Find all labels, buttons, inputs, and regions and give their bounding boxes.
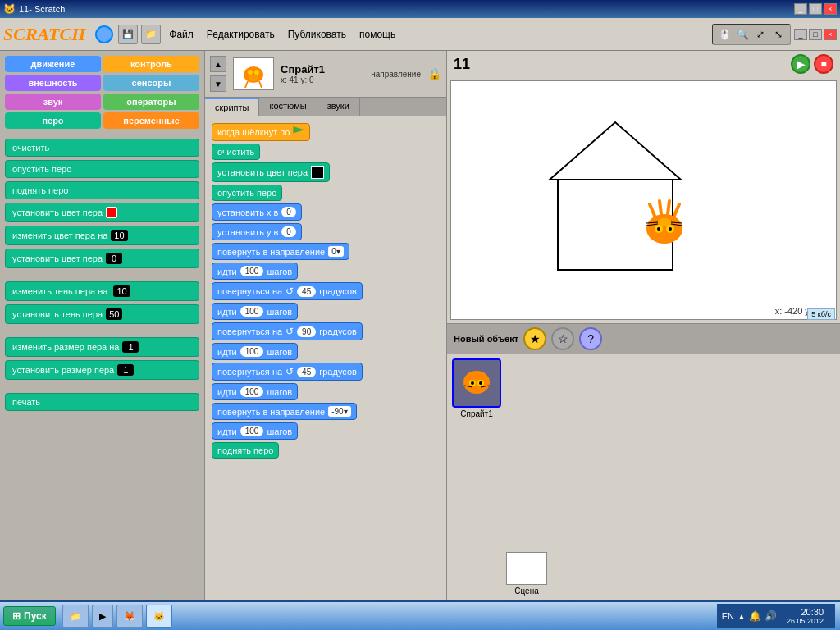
script-steps-3[interactable]: 100 (240, 346, 264, 357)
globe-icon[interactable] (95, 25, 113, 43)
script-turn-1[interactable]: повернуться на ↺ 45 градусов (212, 282, 363, 300)
block-clear[interactable]: очистить (5, 139, 199, 157)
block-pen-up[interactable]: поднять перо (5, 181, 199, 199)
pen-shade-change-value[interactable]: 10 (113, 285, 130, 297)
new-sprite-random-button[interactable]: ? (579, 327, 602, 350)
script-move-4[interactable]: идти 100 шагов (212, 383, 298, 400)
edit-menu[interactable]: Редактировать (200, 25, 281, 43)
script-set-y[interactable]: установить у в 0 (212, 223, 302, 240)
block-set-pen-color-num[interactable]: установить цвет пера 0 (5, 249, 199, 268)
file-menu[interactable]: Файл (162, 25, 200, 43)
script-dir-dropdown-2[interactable]: -90▾ (328, 406, 350, 417)
script-move-5[interactable]: идти 100 шагов (212, 422, 298, 440)
maximize-button[interactable]: □ (809, 3, 822, 15)
script-steps-2[interactable]: 100 (240, 306, 264, 317)
script-set-pen-color[interactable]: установить цвет пера (212, 162, 330, 182)
green-flag-icon (293, 126, 304, 138)
sprite-nav-up[interactable]: ▲ (210, 56, 226, 72)
window-control-group: _ □ × (794, 29, 837, 40)
title-bar-controls: _ □ × (794, 3, 837, 15)
script-point-dir-2[interactable]: повернуть в направление -90▾ (212, 403, 357, 420)
block-stamp[interactable]: печать (5, 393, 199, 411)
menu-min-button[interactable]: _ (794, 29, 807, 40)
sprite-item-scene[interactable]: Сцена (506, 552, 547, 596)
publish-menu[interactable]: Публиковать (281, 25, 353, 43)
tab-scripts[interactable]: скрипты (205, 98, 259, 116)
script-pen-up[interactable]: поднять перо (212, 442, 279, 459)
help-menu[interactable]: помощь (353, 25, 402, 43)
expand-tool[interactable]: ⤢ (752, 26, 769, 43)
script-pen-down[interactable]: опустить перо (212, 185, 282, 201)
cat-operators-button[interactable]: операторы (103, 94, 199, 110)
script-move-2[interactable]: идти 100 шагов (212, 303, 298, 320)
script-turn-2[interactable]: повернуться на ↺ 90 градусов (212, 322, 363, 340)
save-icon-button[interactable]: 💾 (118, 25, 138, 44)
menu-max-button[interactable]: □ (809, 29, 822, 40)
script-steps-1[interactable]: 100 (240, 266, 264, 276)
script-dir-dropdown-1[interactable]: 0▾ (328, 246, 344, 257)
taskbar-scratch[interactable]: 🐱 (146, 605, 172, 628)
pen-size-change-value[interactable]: 1 (122, 341, 139, 353)
script-when-flag[interactable]: когда щёлкнут по (212, 123, 310, 141)
magnifier-tool[interactable]: 🔍 (734, 26, 751, 43)
script-clear[interactable]: очистить (212, 144, 260, 160)
start-button[interactable]: ⊞ Пуск (3, 606, 56, 626)
pen-color-set-value[interactable]: 0 (106, 253, 122, 264)
taskbar-browser[interactable]: 🦊 (116, 605, 143, 628)
script-angle-3[interactable]: 45 (297, 367, 316, 377)
minimize-button[interactable]: _ (794, 3, 807, 15)
scratch-logo: SCRATCH (3, 24, 85, 45)
pen-shade-set-value[interactable]: 50 (106, 308, 122, 320)
script-move-3[interactable]: идти 100 шагов (212, 343, 298, 360)
block-change-pen-size[interactable]: изменить размер пера на 1 (5, 337, 199, 357)
tray-arrow-up[interactable]: ▲ (737, 612, 746, 621)
block-pen-down[interactable]: опустить перо (5, 160, 199, 178)
script-pen-color-swatch (311, 166, 324, 179)
script-steps-5[interactable]: 100 (240, 426, 264, 436)
new-sprite-paint-button[interactable]: ★ (523, 327, 546, 350)
new-sprite-file-button[interactable]: ☆ (551, 327, 574, 350)
script-turn-3[interactable]: повернуться на ↺ 45 градусов (212, 363, 363, 381)
script-y-value[interactable]: 0 (281, 226, 296, 237)
cat-variables-button[interactable]: переменные (103, 112, 199, 129)
cat-sensing-button[interactable]: сенсоры (103, 75, 199, 91)
cat-sound-button[interactable]: звук (5, 94, 101, 110)
cat-pen-button[interactable]: перо (5, 112, 101, 129)
tab-sounds[interactable]: звуки (317, 98, 360, 116)
script-set-x[interactable]: установить х в 0 (212, 203, 302, 221)
lock-icon[interactable]: 🔒 (427, 67, 441, 80)
block-change-pen-shade[interactable]: изменить тень пера на 10 (5, 281, 199, 301)
sprite-coords: x: 41 y: 0 (281, 75, 364, 84)
script-angle-2[interactable]: 90 (297, 326, 316, 337)
close-button[interactable]: × (824, 3, 837, 15)
cat-control-button[interactable]: контроль (103, 56, 199, 72)
script-move-1[interactable]: идти 100 шагов (212, 262, 298, 280)
media-icon: ▶ (99, 611, 106, 622)
stage-header: 11 ▶ ■ (447, 51, 840, 77)
tab-costumes[interactable]: костюмы (259, 98, 317, 116)
block-set-pen-size[interactable]: установить размер пера 1 (5, 360, 199, 380)
cat-looks-button[interactable]: внешность (5, 75, 101, 91)
svg-point-30 (471, 381, 474, 385)
block-set-pen-shade[interactable]: установить тень пера 50 (5, 304, 199, 324)
block-change-pen-color[interactable]: изменить цвет пера на 10 (5, 226, 199, 245)
script-point-dir-1[interactable]: повернуть в направление 0▾ (212, 243, 349, 260)
shrink-tool[interactable]: ⤡ (770, 26, 787, 43)
upload-icon-button[interactable]: 📁 (141, 25, 161, 44)
block-set-pen-color-swatch[interactable]: установить цвет пера (5, 203, 199, 222)
script-angle-1[interactable]: 45 (297, 286, 316, 297)
script-steps-4[interactable]: 100 (240, 386, 264, 397)
menu-close-button[interactable]: × (824, 29, 837, 40)
cat-motion-button[interactable]: движение (5, 56, 101, 72)
cursor-tool[interactable]: 🖱️ (716, 26, 733, 43)
pen-size-set-value[interactable]: 1 (117, 364, 134, 376)
taskbar-folder[interactable]: 📁 (62, 605, 89, 628)
sprite-item-1[interactable]: Спрайт1 (452, 358, 501, 418)
stage-canvas: x: -420 y: -310 (450, 80, 837, 320)
run-button[interactable]: ▶ (791, 54, 810, 74)
sprite-nav-down[interactable]: ▼ (210, 75, 226, 92)
script-x-value[interactable]: 0 (281, 207, 296, 217)
stop-button[interactable]: ■ (814, 54, 833, 74)
taskbar-media[interactable]: ▶ (92, 605, 113, 628)
pen-color-value[interactable]: 10 (111, 230, 127, 241)
